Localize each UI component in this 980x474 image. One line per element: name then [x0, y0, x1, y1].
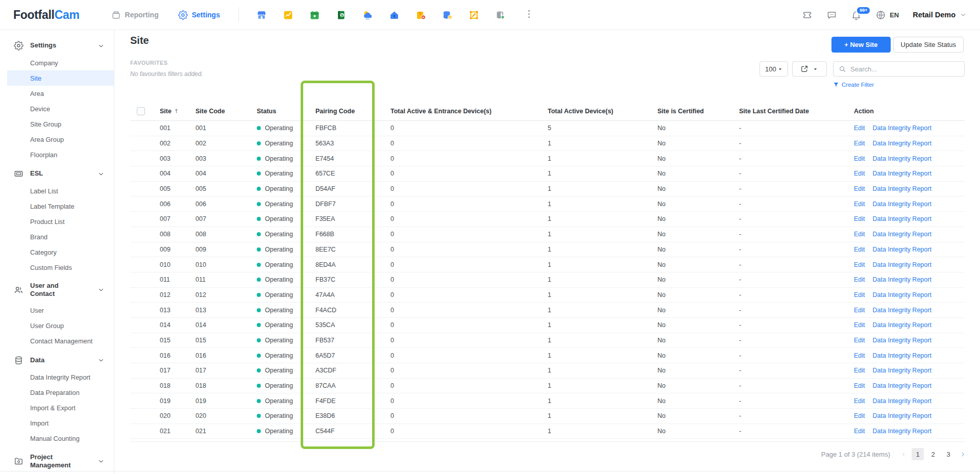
sidebar-item-data-integrity-report[interactable]: Data Integrity Report [0, 370, 114, 385]
pagination-prev-icon[interactable] [898, 448, 909, 460]
sidebar-item-import-export[interactable]: Import & Export [0, 401, 114, 416]
sidebar-item-label-list[interactable]: Label List [0, 183, 114, 198]
data-integrity-report-link[interactable]: Data Integrity Report [873, 397, 932, 405]
edit-link[interactable]: Edit [854, 428, 865, 435]
more-apps-kebab-icon[interactable] [524, 9, 534, 21]
edit-link[interactable]: Edit [854, 124, 865, 132]
data-integrity-report-link[interactable]: Data Integrity Report [873, 307, 932, 314]
data-integrity-report-link[interactable]: Data Integrity Report [873, 215, 932, 222]
data-integrity-report-link[interactable]: Data Integrity Report [873, 261, 932, 268]
edit-link[interactable]: Edit [854, 215, 865, 222]
database-sync-app-icon[interactable] [495, 10, 506, 20]
sidebar-item-brand[interactable]: Brand [0, 229, 114, 244]
sidebar-section-header-project-management[interactable]: Project Management [0, 448, 114, 474]
top-nav-reporting[interactable]: Reporting [111, 10, 159, 20]
sidebar-item-data-preparation[interactable]: Data Preparation [0, 385, 114, 401]
account-menu[interactable]: Retail Demo [913, 11, 967, 19]
data-integrity-report-link[interactable]: Data Integrity Report [873, 140, 932, 147]
sidebar-item-area[interactable]: Area [0, 86, 114, 101]
search-input[interactable] [850, 65, 959, 73]
edit-link[interactable]: Edit [854, 337, 865, 344]
sidebar-item-category[interactable]: Category [0, 244, 114, 260]
top-nav-settings[interactable]: Settings [178, 10, 220, 20]
column-header-site[interactable]: Site [153, 102, 189, 121]
edit-link[interactable]: Edit [854, 155, 865, 162]
edit-link[interactable]: Edit [854, 367, 865, 374]
column-header-status[interactable]: Status [250, 102, 309, 121]
data-integrity-report-link[interactable]: Data Integrity Report [873, 170, 932, 177]
data-integrity-report-link[interactable]: Data Integrity Report [873, 231, 932, 238]
edit-link[interactable]: Edit [854, 231, 865, 238]
sidebar-item-area-group[interactable]: Area Group [0, 132, 114, 147]
data-integrity-report-link[interactable]: Data Integrity Report [873, 337, 932, 344]
package-app-icon[interactable] [415, 10, 426, 20]
analytics-app-icon[interactable] [283, 10, 293, 20]
new-site-button[interactable]: + New Site [831, 37, 890, 53]
data-integrity-report-link[interactable]: Data Integrity Report [873, 201, 932, 208]
column-header-site-last-certified-date[interactable]: Site Last Certified Date [732, 102, 847, 121]
column-header-action[interactable]: Action [847, 102, 965, 121]
home-app-icon[interactable] [389, 10, 400, 20]
select-all-checkbox[interactable] [137, 107, 145, 115]
sidebar-item-custom-fields[interactable]: Custom Fields [0, 260, 114, 275]
calendar-app-icon[interactable] [309, 10, 320, 20]
ledger-app-icon[interactable]: $ [336, 10, 347, 20]
ticket-icon[interactable] [802, 10, 813, 20]
edit-link[interactable]: Edit [854, 170, 865, 177]
pagination-page-1[interactable]: 1 [912, 448, 924, 460]
language-selector[interactable]: EN [875, 10, 899, 20]
pagination-page-3[interactable]: 3 [942, 448, 954, 460]
data-integrity-report-link[interactable]: Data Integrity Report [873, 352, 932, 359]
data-integrity-report-link[interactable]: Data Integrity Report [873, 185, 932, 192]
edit-link[interactable]: Edit [854, 291, 865, 298]
pagination-page-2[interactable]: 2 [927, 448, 939, 460]
edit-link[interactable]: Edit [854, 185, 865, 192]
data-integrity-report-link[interactable]: Data Integrity Report [873, 276, 932, 283]
data-integrity-report-link[interactable]: Data Integrity Report [873, 321, 932, 329]
pagination-next-icon[interactable] [958, 448, 968, 460]
edit-link[interactable]: Edit [854, 201, 865, 208]
sidebar-item-user-group[interactable]: User Group [0, 318, 114, 334]
edit-link[interactable]: Edit [854, 307, 865, 314]
data-integrity-report-link[interactable]: Data Integrity Report [873, 155, 932, 162]
edit-link[interactable]: Edit [854, 276, 865, 283]
edit-link[interactable]: Edit [854, 140, 865, 147]
data-integrity-report-link[interactable]: Data Integrity Report [873, 246, 932, 253]
store-app-icon[interactable] [256, 10, 267, 20]
chat-icon[interactable] [826, 10, 837, 20]
sidebar-item-manual-counting[interactable]: Manual Counting [0, 431, 114, 446]
export-button[interactable] [792, 61, 827, 77]
sidebar-item-site[interactable]: Site [7, 70, 114, 86]
column-header-total-active-device-s[interactable]: Total Active Device(s) [541, 102, 651, 121]
sidebar-section-header-settings[interactable]: Settings [0, 36, 114, 55]
data-integrity-report-link[interactable]: Data Integrity Report [873, 367, 932, 374]
sidebar-section-header-esl[interactable]: ESL [0, 164, 114, 183]
column-header-total-active-entrance-device-s[interactable]: Total Active & Entrance Device(s) [384, 102, 541, 121]
edit-link[interactable]: Edit [854, 321, 865, 329]
sidebar-item-site-group[interactable]: Site Group [0, 116, 114, 132]
sidebar-item-company[interactable]: Company [0, 55, 114, 70]
column-header-site-code[interactable]: Site Code [189, 102, 250, 121]
sidebar-section-header-user-and-contact[interactable]: User and Contact [0, 277, 114, 303]
sidebar-item-contact-management[interactable]: Contact Management [0, 334, 114, 349]
data-integrity-report-link[interactable]: Data Integrity Report [873, 382, 932, 389]
edit-link[interactable]: Edit [854, 382, 865, 389]
sidebar-item-device[interactable]: Device [0, 101, 114, 116]
notifications-bell-icon[interactable]: 99+ [851, 10, 862, 20]
data-integrity-report-link[interactable]: Data Integrity Report [873, 124, 932, 132]
create-filter-link[interactable]: Create Filter [833, 82, 874, 88]
weather-app-icon[interactable] [362, 10, 373, 20]
page-size-select[interactable]: 100 [760, 61, 788, 77]
edit-link[interactable]: Edit [854, 261, 865, 268]
brand-logo[interactable]: FootfallCam [13, 8, 80, 22]
floorplan-app-icon[interactable] [469, 10, 479, 20]
data-integrity-report-link[interactable]: Data Integrity Report [873, 428, 932, 435]
sidebar-item-import[interactable]: Import [0, 416, 114, 431]
edit-link[interactable]: Edit [854, 397, 865, 405]
sidebar-section-header-data[interactable]: Data [0, 351, 114, 370]
edit-link[interactable]: Edit [854, 352, 865, 359]
sidebar-item-user[interactable]: User [0, 303, 114, 318]
edit-link[interactable]: Edit [854, 412, 865, 419]
database-coin-app-icon[interactable]: $ [442, 10, 453, 20]
data-integrity-report-link[interactable]: Data Integrity Report [873, 291, 932, 298]
